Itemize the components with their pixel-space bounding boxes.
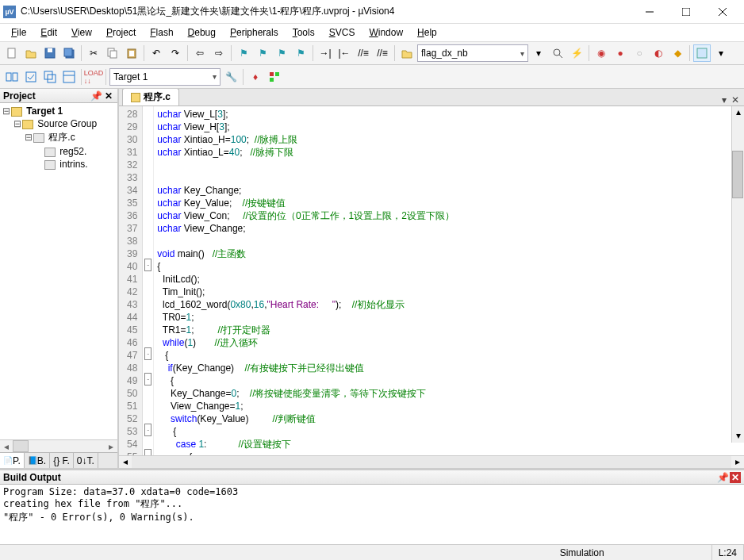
options-icon[interactable]: 🔧 bbox=[222, 68, 240, 86]
save-all-icon[interactable] bbox=[60, 44, 78, 62]
tab-templates[interactable]: 0↓T. bbox=[74, 453, 98, 468]
svg-rect-20 bbox=[48, 75, 56, 82]
svg-rect-17 bbox=[13, 73, 17, 81]
svg-rect-8 bbox=[64, 48, 72, 56]
bookmark-next-icon[interactable]: ⚑ bbox=[273, 44, 290, 62]
layout-dropdown-icon[interactable]: ▾ bbox=[712, 44, 730, 62]
tab-functions[interactable]: {} F. bbox=[50, 453, 74, 468]
menu-svcs[interactable]: SVCS bbox=[323, 25, 362, 40]
uncomment-icon[interactable]: //≡ bbox=[374, 44, 391, 62]
tab-project[interactable]: 📄P. bbox=[0, 453, 25, 468]
menu-debug[interactable]: Debug bbox=[182, 25, 222, 40]
close-button[interactable] bbox=[704, 0, 741, 24]
cut-icon[interactable]: ✂ bbox=[85, 44, 102, 62]
maximize-button[interactable] bbox=[668, 0, 704, 24]
rebuild-icon[interactable] bbox=[41, 68, 59, 86]
tree-file-intrins[interactable]: intrins. bbox=[2, 158, 116, 171]
build-icon[interactable] bbox=[22, 68, 40, 86]
copy-icon[interactable] bbox=[104, 44, 121, 62]
menu-window[interactable]: Window bbox=[362, 25, 409, 40]
editor-tabs: 程序.c ▾ ✕ bbox=[119, 89, 744, 106]
manage-multi-icon[interactable] bbox=[266, 68, 283, 86]
project-pane: Project 📌 ✕ ⊟ Target 1 ⊟ Source Group ⊟ … bbox=[0, 89, 119, 468]
title-bar: µV C:\Users\USER\Desktop\51黑论坛_新建文件夹\新建文… bbox=[0, 0, 744, 24]
outdent-icon[interactable]: |← bbox=[336, 44, 353, 62]
pane-close-icon[interactable]: ✕ bbox=[103, 90, 114, 102]
menu-help[interactable]: Help bbox=[411, 25, 443, 40]
debug-icon[interactable]: ◉ bbox=[593, 44, 610, 62]
menu-flash[interactable]: Flash bbox=[144, 25, 179, 40]
manage-icon[interactable]: ♦ bbox=[247, 68, 264, 86]
breakpoint-disable-icon[interactable]: ○ bbox=[631, 44, 648, 62]
target-combo[interactable]: Target 1 bbox=[109, 68, 221, 86]
svg-rect-19 bbox=[44, 71, 52, 79]
download-icon[interactable]: LOAD↓↓ bbox=[85, 68, 102, 86]
find-icon[interactable] bbox=[549, 44, 566, 62]
batch-build-icon[interactable] bbox=[60, 68, 78, 86]
svg-rect-15 bbox=[697, 48, 707, 58]
menu-project[interactable]: Project bbox=[100, 25, 142, 40]
build-pin-icon[interactable]: 📌 bbox=[717, 472, 728, 483]
editor-tab-close-icon[interactable]: ✕ bbox=[731, 94, 739, 105]
paste-icon[interactable] bbox=[123, 44, 140, 62]
save-icon[interactable] bbox=[41, 44, 59, 62]
comment-icon[interactable]: //≡ bbox=[355, 44, 372, 62]
pin-icon[interactable]: 📌 bbox=[90, 90, 102, 102]
menu-bar: File Edit View Project Flash Debug Perip… bbox=[0, 24, 744, 41]
editor-tab-dropdown-icon[interactable]: ▾ bbox=[722, 94, 727, 105]
svg-rect-1 bbox=[682, 8, 690, 16]
indent-icon[interactable]: →| bbox=[316, 44, 334, 62]
find-folder-icon[interactable] bbox=[398, 44, 416, 62]
search-down-icon[interactable]: ▾ bbox=[530, 44, 547, 62]
status-simulation: Simulation bbox=[554, 545, 712, 560]
redo-icon[interactable]: ↷ bbox=[167, 44, 184, 62]
open-file-icon[interactable] bbox=[22, 44, 40, 62]
window-title: C:\Users\USER\Desktop\51黑论坛_新建文件夹\新建文件夹\… bbox=[21, 5, 631, 18]
svg-rect-24 bbox=[275, 72, 279, 76]
bookmark-prev-icon[interactable]: ⚑ bbox=[254, 44, 271, 62]
translate-icon[interactable] bbox=[3, 68, 21, 86]
new-file-icon[interactable] bbox=[3, 44, 21, 62]
incremental-icon[interactable]: ⚡ bbox=[568, 44, 585, 62]
bookmark-clear-icon[interactable]: ⚑ bbox=[292, 44, 309, 62]
svg-rect-18 bbox=[26, 72, 36, 82]
breakpoint-kill-icon[interactable]: ◐ bbox=[650, 44, 667, 62]
menu-edit[interactable]: Edit bbox=[34, 25, 63, 40]
app-icon: µV bbox=[3, 6, 16, 18]
svg-rect-4 bbox=[8, 48, 15, 58]
menu-peripherals[interactable]: Peripherals bbox=[224, 25, 285, 40]
editor-vscroll[interactable]: ▴▾ bbox=[731, 106, 744, 443]
editor-tab-active[interactable]: 程序.c bbox=[122, 89, 179, 105]
analyzer-icon[interactable]: ◆ bbox=[669, 44, 686, 62]
menu-view[interactable]: View bbox=[65, 25, 98, 40]
tree-source-group[interactable]: ⊟ Source Group bbox=[2, 117, 116, 130]
nav-back-icon[interactable]: ⇦ bbox=[191, 44, 209, 62]
build-output-title: Build Output 📌 ✕ bbox=[0, 470, 744, 485]
tree-file-reg52[interactable]: reg52. bbox=[2, 145, 116, 158]
breakpoint-icon[interactable]: ● bbox=[612, 44, 629, 62]
tree-file-main[interactable]: ⊟ 程序.c bbox=[2, 130, 116, 145]
build-output-text[interactable]: Program Size: data=37.0 xdata=0 code=160… bbox=[0, 485, 744, 544]
toolbar-build: LOAD↓↓ Target 1 🔧 ♦ bbox=[0, 65, 744, 89]
undo-icon[interactable]: ↶ bbox=[148, 44, 165, 62]
build-close-icon[interactable]: ✕ bbox=[730, 472, 741, 483]
minimize-button[interactable] bbox=[631, 0, 668, 24]
svg-rect-10 bbox=[110, 51, 117, 58]
project-pane-title: Project 📌 ✕ bbox=[0, 89, 117, 103]
bookmark-icon[interactable]: ⚑ bbox=[235, 44, 252, 62]
svg-point-13 bbox=[554, 49, 560, 56]
tree-hscroll[interactable]: ◂▸ bbox=[0, 439, 117, 452]
menu-tools[interactable]: Tools bbox=[286, 25, 321, 40]
window-layout-icon[interactable] bbox=[693, 44, 711, 62]
svg-rect-6 bbox=[48, 48, 52, 52]
find-combo[interactable]: flag_dx_nb bbox=[417, 44, 528, 62]
svg-line-14 bbox=[559, 55, 562, 58]
code-editor[interactable]: 2829303132333435363738394041424344454647… bbox=[119, 106, 744, 455]
tree-target[interactable]: ⊟ Target 1 bbox=[2, 105, 116, 117]
svg-rect-25 bbox=[270, 78, 274, 82]
nav-fwd-icon[interactable]: ⇨ bbox=[210, 44, 228, 62]
menu-file[interactable]: File bbox=[5, 25, 33, 40]
tab-books[interactable]: 📘B. bbox=[25, 453, 50, 468]
editor-hscroll[interactable]: ◂▸ bbox=[119, 455, 744, 468]
project-tree[interactable]: ⊟ Target 1 ⊟ Source Group ⊟ 程序.c reg52. … bbox=[0, 103, 117, 439]
